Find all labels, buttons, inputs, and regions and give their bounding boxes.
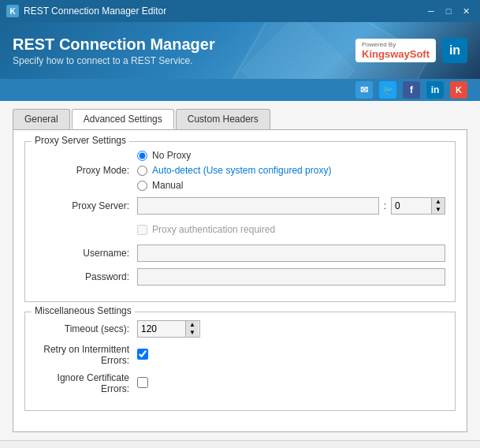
auto-detect-label[interactable]: Auto-detect (Use system configured proxy… <box>152 165 331 176</box>
proxy-auth-checkbox-row: Proxy authentication required <box>137 224 445 235</box>
username-row: Username: <box>35 245 445 262</box>
proxy-auth-label[interactable]: Proxy authentication required <box>152 224 275 235</box>
proxy-mode-row: Proxy Mode: No Proxy Auto-detect (Use sy… <box>35 150 445 191</box>
username-input[interactable] <box>137 245 445 262</box>
timeout-row: Timeout (secs): ▲ ▼ <box>35 320 445 338</box>
app-icon: K <box>6 5 19 17</box>
timeout-input[interactable] <box>138 321 185 337</box>
radio-manual: Manual <box>137 180 445 191</box>
proxy-server-input[interactable] <box>137 197 379 215</box>
password-label: Password: <box>35 271 137 282</box>
title-bar-controls: ─ □ ✕ <box>423 4 474 18</box>
window-title: REST Connection Manager Editor <box>24 6 166 17</box>
email-social-icon[interactable]: ✉ <box>355 81 373 99</box>
social-bar: ✉ 🐦 f in K <box>0 79 480 101</box>
tab-custom-headers[interactable]: Custom Headers <box>176 109 270 129</box>
timeout-spinner: ▲ ▼ <box>185 321 199 337</box>
title-bar-left: K REST Connection Manager Editor <box>6 5 166 17</box>
ignore-cert-checkbox[interactable] <box>137 377 148 388</box>
retry-row: Retry on Intermittent Errors: <box>35 344 445 366</box>
misc-section-title: Miscellaneous Settings <box>32 305 135 316</box>
header-banner: REST Connection Manager Specify how to c… <box>0 22 480 79</box>
proxy-mode-group: No Proxy Auto-detect (Use system configu… <box>137 150 445 191</box>
proxy-auth-checkbox[interactable] <box>137 225 147 235</box>
port-spinner: ▲ ▼ <box>431 198 445 214</box>
linkedin-social-icon[interactable]: in <box>426 81 444 99</box>
password-input[interactable] <box>137 268 445 286</box>
brand-name: KingswaySoft <box>362 48 430 60</box>
facebook-social-icon[interactable]: f <box>403 81 420 99</box>
title-bar: K REST Connection Manager Editor ─ □ ✕ <box>0 0 480 22</box>
tab-panel: Proxy Server Settings Proxy Mode: No Pro… <box>13 129 467 432</box>
footer: Test Connection OK Cancel <box>0 440 480 448</box>
app-subtitle: Specify how to connect to a REST Service… <box>13 55 215 66</box>
retry-checkbox[interactable] <box>137 349 148 360</box>
timeout-label: Timeout (secs): <box>35 323 137 334</box>
port-input-wrapper: ▲ ▼ <box>391 197 445 215</box>
retry-label: Retry on Intermittent Errors: <box>35 344 137 366</box>
main-content: General Advanced Settings Custom Headers… <box>0 101 480 440</box>
radio-auto-detect: Auto-detect (Use system configured proxy… <box>137 165 445 176</box>
linkedin-badge[interactable]: in <box>442 38 467 63</box>
header-title: REST Connection Manager Specify how to c… <box>13 35 215 66</box>
radio-no-proxy: No Proxy <box>137 150 445 161</box>
proxy-server-row: Proxy Server: : ▲ ▼ <box>35 197 445 215</box>
kingsway-social-icon[interactable]: K <box>450 81 467 99</box>
auto-detect-radio[interactable] <box>137 166 147 176</box>
proxy-mode-label: Proxy Mode: <box>35 165 137 176</box>
twitter-social-icon[interactable]: 🐦 <box>379 81 396 99</box>
timeout-input-wrapper: ▲ ▼ <box>137 320 200 338</box>
password-row: Password: <box>35 268 445 286</box>
proxy-server-section: Proxy Server Settings Proxy Mode: No Pro… <box>24 141 456 302</box>
minimize-button[interactable]: ─ <box>423 4 439 18</box>
timeout-decrement-button[interactable]: ▼ <box>186 329 199 337</box>
manual-label[interactable]: Manual <box>152 180 183 191</box>
misc-section: Miscellaneous Settings Timeout (secs): ▲… <box>24 312 456 411</box>
proxy-section-title: Proxy Server Settings <box>32 135 129 146</box>
port-separator: : <box>384 200 386 211</box>
username-label: Username: <box>35 248 137 259</box>
proxy-auth-row: Proxy authentication required <box>35 221 445 238</box>
port-input[interactable] <box>392 198 431 214</box>
tab-bar: General Advanced Settings Custom Headers <box>13 109 467 129</box>
proxy-server-inputs: : ▲ ▼ <box>137 197 445 215</box>
ignore-cert-row: Ignore Certificate Errors: <box>35 372 445 394</box>
port-increment-button[interactable]: ▲ <box>432 198 445 206</box>
close-button[interactable]: ✕ <box>458 4 474 18</box>
no-proxy-label[interactable]: No Proxy <box>152 150 191 161</box>
header-right: Powered By KingswaySoft in <box>355 38 467 63</box>
app-title: REST Connection Manager <box>13 35 215 54</box>
powered-by-text: Powered By <box>362 41 430 49</box>
maximize-button[interactable]: □ <box>441 4 456 18</box>
powered-by-badge: Powered By KingswaySoft <box>355 39 436 63</box>
timeout-increment-button[interactable]: ▲ <box>186 321 199 329</box>
port-decrement-button[interactable]: ▼ <box>432 206 445 214</box>
ignore-cert-label: Ignore Certificate Errors: <box>35 372 137 394</box>
no-proxy-radio[interactable] <box>137 151 147 161</box>
proxy-server-label: Proxy Server: <box>35 200 137 211</box>
tab-advanced-settings[interactable]: Advanced Settings <box>72 109 174 129</box>
manual-radio[interactable] <box>137 181 147 191</box>
tab-general[interactable]: General <box>13 109 70 129</box>
